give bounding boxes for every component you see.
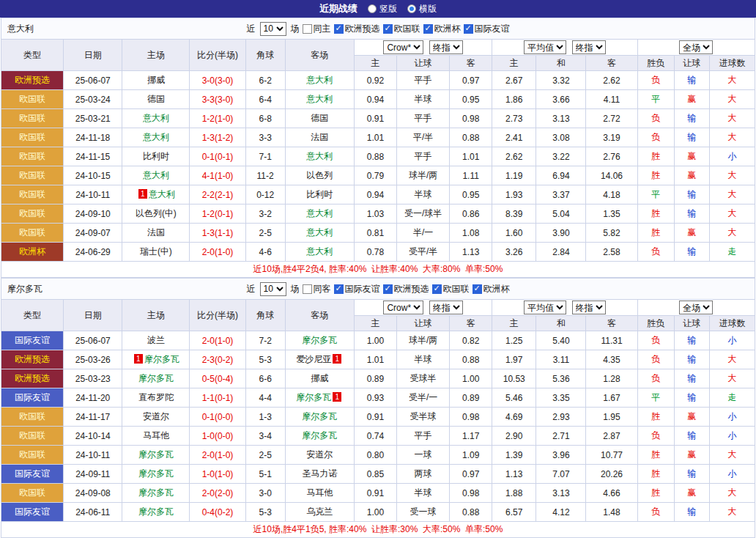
corner-cell: 2-5 [245, 446, 285, 465]
result-cell: 胜 [637, 408, 674, 427]
col-odds-home: 主 [354, 56, 396, 71]
goals-result-cell: 小 [709, 147, 755, 166]
scope-select[interactable]: 全场 [679, 301, 713, 314]
away-odds-cell: 1.08 [450, 224, 492, 243]
match-type-cell: 欧国联 [1, 408, 64, 427]
corner-cell: 0-12 [245, 185, 285, 204]
col-result: 胜负 [637, 316, 674, 331]
handicap-result-cell: 输 [674, 204, 709, 224]
vertical-layout-radio[interactable]: 竖版 [368, 3, 397, 15]
avg-type-select[interactable]: 平均值 [524, 301, 566, 314]
same-venue-checkbox[interactable]: 同客 [303, 283, 331, 295]
league-filter-label: 欧洲杯 [434, 23, 461, 35]
avg-away-cell: 2.72 [586, 109, 637, 128]
checkbox-icon [383, 24, 393, 34]
team-name: 摩尔多瓦 [138, 506, 174, 517]
away-odds-cell: 0.95 [450, 90, 492, 109]
avg-draw-cell: 2.93 [536, 408, 586, 427]
checkbox-icon [334, 24, 344, 34]
odds-provider-select[interactable]: Crow* [383, 40, 423, 54]
team-name: 直布罗陀 [138, 392, 174, 402]
recent-count-select[interactable]: 10 [260, 22, 286, 36]
red-card-badge: 1 [134, 354, 143, 364]
match-date-cell: 24-09-08 [64, 484, 122, 503]
handicap-cell: 受平/半 [396, 243, 449, 262]
home-odds-cell: 1.01 [354, 128, 396, 147]
match-date-cell: 25-03-26 [64, 350, 122, 369]
handicap-result-cell: 输 [674, 427, 709, 446]
league-filter-checkbox[interactable]: 国际友谊 [334, 283, 380, 295]
col-avg-home: 主 [492, 56, 536, 71]
goals-result-cell: 走 [709, 388, 755, 408]
summary-row: 近10场,胜4平2负4, 胜率:40% 让胜率:40% 大率:80% 单率:50… [1, 262, 755, 278]
team-name: 意大利 [306, 75, 333, 85]
home-team-cell: 意大利 [122, 109, 190, 128]
score-cell: 2-0(1-0) [190, 243, 245, 262]
home-odds-cell: 0.80 [354, 446, 396, 465]
match-row: 国际友谊24-09-11摩尔多瓦1-0(1-0)5-1圣马力诺0.85两球0.9… [1, 465, 755, 484]
checkbox-icon [303, 24, 312, 34]
match-row: 国际友谊24-11-20直布罗陀1-1(0-1)4-4摩尔多瓦10.93受半/一… [1, 388, 755, 408]
avg-stage-select[interactable]: 终指 [572, 301, 606, 314]
recent-count-select[interactable]: 10 [260, 282, 286, 296]
team-name: 摩尔多瓦 [138, 449, 174, 460]
away-odds-cell: 0.89 [450, 388, 492, 408]
horizontal-layout-radio[interactable]: 横版 [407, 3, 437, 15]
match-row: 欧国联25-03-24德国3-3(3-0)6-4意大利0.94半球0.951.8… [1, 90, 755, 109]
same-venue-checkbox[interactable]: 同主 [303, 23, 331, 35]
handicap-result-cell: 输 [674, 369, 709, 388]
team-name: 法国 [147, 227, 165, 237]
odds-stage-select[interactable]: 终指 [429, 301, 463, 314]
avg-home-cell: 6.57 [492, 503, 536, 522]
avg-type-select[interactable]: 平均值 [524, 40, 566, 54]
home-odds-cell: 0.94 [354, 90, 396, 109]
summary-text: 近10场,胜4平2负4, 胜率:40% 让胜率:40% 大率:80% 单率:50… [1, 262, 755, 278]
league-filter-checkbox[interactable]: 欧洲预选 [334, 23, 380, 35]
score-cell: 2-0(2-0) [190, 484, 245, 503]
team-name: 波兰 [147, 335, 165, 345]
match-date-cell: 24-09-11 [64, 465, 122, 484]
handicap-cell: 球半/两 [396, 166, 449, 185]
avg-draw-cell: 5.40 [536, 331, 586, 350]
result-cell: 负 [637, 369, 674, 388]
team-name: 法国 [311, 132, 328, 142]
checkbox-icon [472, 284, 482, 294]
league-filter-checkbox[interactable]: 欧洲杯 [423, 23, 461, 35]
team-name: 意大利 [143, 113, 169, 123]
handicap-result-cell: 输 [674, 503, 709, 522]
home-odds-cell: 1.00 [354, 331, 396, 350]
league-filter-checkbox[interactable]: 欧洲杯 [472, 283, 510, 295]
avg-select-cell: 平均值 终指 [492, 40, 637, 56]
team-header-row: 摩尔多瓦 近 10 场 同客 国际友谊 欧洲预选 [1, 279, 755, 300]
league-filter-checkbox[interactable]: 欧国联 [432, 283, 470, 295]
recent-suffix-label: 场 [291, 23, 300, 35]
match-type-cell: 欧洲预选 [1, 71, 64, 90]
avg-away-cell: 1.67 [586, 388, 637, 408]
red-card-badge: 1 [138, 189, 147, 199]
table-header-row: 类型 日期 主场 比分(半场) 角球 客场 Crow* 终指 平均值 终指 全场 [1, 300, 755, 316]
team-name: 摩尔多瓦 [144, 354, 179, 364]
result-cell: 负 [637, 427, 674, 446]
league-filter-checkbox[interactable]: 欧国联 [383, 23, 420, 35]
avg-home-cell: 1.19 [492, 166, 536, 185]
match-type-cell: 欧国联 [1, 128, 64, 147]
odds-provider-select[interactable]: Crow* [383, 301, 423, 314]
col-type: 类型 [1, 300, 64, 331]
scope-select-cell: 全场 [637, 300, 755, 316]
result-cell: 负 [637, 109, 674, 128]
handicap-cell: 受一/球半 [396, 204, 449, 224]
odds-stage-select[interactable]: 终指 [429, 40, 463, 54]
home-team-cell: 1意大利 [122, 185, 190, 204]
match-row: 欧国联25-03-21意大利1-2(1-0)6-8德国0.91平手0.982.7… [1, 109, 755, 128]
away-team-cell: 圣马力诺 [285, 465, 354, 484]
match-row: 欧国联24-10-11摩尔多瓦2-0(1-0)2-5安道尔0.80一球1.091… [1, 446, 755, 465]
league-filter-checkbox[interactable]: 国际友谊 [464, 23, 510, 35]
handicap-result-cell: 赢 [674, 90, 709, 109]
team-name: 乌克兰 [306, 506, 333, 517]
avg-stage-select[interactable]: 终指 [572, 40, 606, 54]
corner-cell: 3-4 [245, 427, 285, 446]
match-type-cell: 国际友谊 [1, 331, 64, 350]
league-filter-checkbox[interactable]: 欧洲预选 [383, 283, 429, 295]
scope-select[interactable]: 全场 [679, 40, 713, 54]
match-date-cell: 25-03-23 [64, 369, 122, 388]
